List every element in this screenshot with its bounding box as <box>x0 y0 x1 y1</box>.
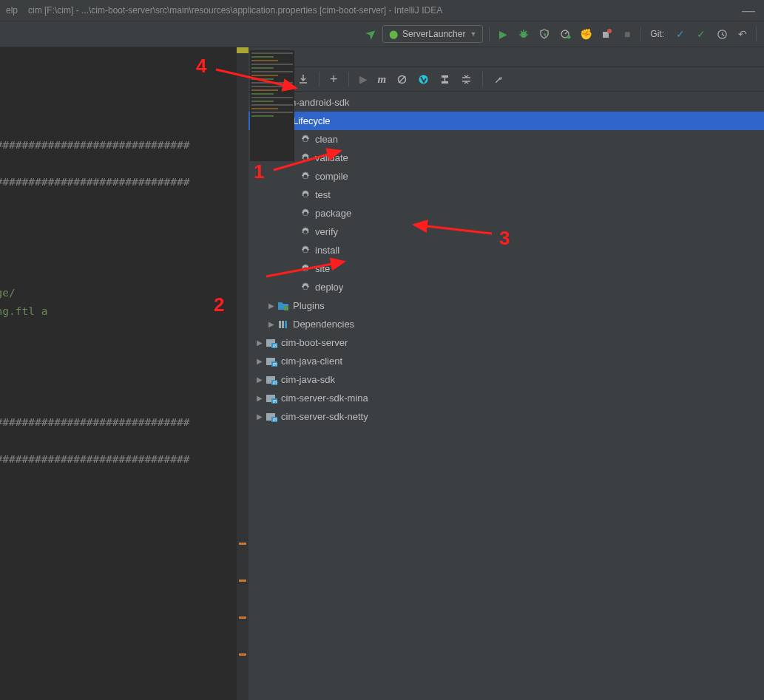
svg-rect-26 <box>282 321 284 328</box>
plugins-folder[interactable]: ▶ Plugins <box>249 296 764 315</box>
node-label: install <box>315 245 339 256</box>
node-label: site <box>315 263 330 274</box>
node-label: deploy <box>315 282 343 293</box>
svg-text:m: m <box>273 398 277 404</box>
chevron-down-icon: ▼ <box>470 30 476 38</box>
debug-button[interactable] <box>516 27 531 41</box>
svg-text:m: m <box>273 343 277 348</box>
stop-button[interactable]: ■ <box>620 27 635 41</box>
lifecycle-goal-deploy[interactable]: deploy <box>249 278 764 296</box>
toggle-skip-tests-icon[interactable] <box>396 74 408 85</box>
node-label: Plugins <box>293 300 325 311</box>
gear-icon <box>299 152 312 164</box>
svg-point-7 <box>567 35 571 39</box>
code-content: ########################################… <box>0 47 190 580</box>
svg-rect-24 <box>284 306 288 310</box>
gear-icon <box>299 189 312 201</box>
coverage-button[interactable] <box>537 27 552 41</box>
menu-help[interactable]: elp <box>6 5 18 16</box>
git-history-icon[interactable] <box>714 27 729 41</box>
maven-module-icon: m <box>265 393 278 404</box>
run-goal-icon[interactable]: ▶ <box>359 73 368 85</box>
undo-icon[interactable]: ↶ <box>735 27 750 41</box>
libraries-icon <box>277 319 290 330</box>
settings-icon[interactable] <box>493 74 504 85</box>
chevron-right-icon: ▶ <box>254 339 265 347</box>
download-sources-icon[interactable] <box>298 74 308 84</box>
folder-icon <box>277 300 290 312</box>
concurrency-button[interactable]: ✊ <box>578 27 593 41</box>
window-title: cim [F:\cim] - ...\cim-boot-server\src\m… <box>28 5 739 16</box>
svg-text:m: m <box>273 361 277 367</box>
lifecycle-goal-site[interactable]: site <box>249 259 764 278</box>
node-label: Dependencies <box>293 319 354 330</box>
gear-icon <box>299 245 312 256</box>
run-config-selector[interactable]: ⬤ ServerLauncher ▼ <box>382 25 483 43</box>
git-label: Git: <box>650 29 664 39</box>
node-label: cim-boot-server <box>281 337 348 348</box>
svg-rect-8 <box>603 32 609 38</box>
show-dependencies-icon[interactable] <box>439 74 450 85</box>
gear-icon <box>299 171 312 183</box>
lifecycle-goal-validate[interactable]: validate <box>249 149 764 167</box>
git-commit-icon[interactable]: ✓ <box>694 27 709 41</box>
spring-boot-icon: ⬤ <box>389 30 398 39</box>
stop-with-indicator-button[interactable] <box>599 27 614 41</box>
svg-rect-16 <box>442 81 448 84</box>
separator <box>640 27 641 41</box>
lifecycle-goal-verify[interactable]: verify <box>249 222 764 241</box>
module-cim-server-sdk-mina[interactable]: ▶mcim-server-sdk-mina <box>249 389 764 407</box>
git-update-icon[interactable]: ✓ <box>673 27 688 41</box>
module-cim-android-sdk[interactable]: ▼ m cim-android-sdk <box>249 93 764 112</box>
lifecycle-goal-package[interactable]: package <box>249 204 764 222</box>
minimize-button[interactable]: — <box>739 5 758 16</box>
chevron-right-icon: ▶ <box>266 302 277 310</box>
maven-toolbar: + ▶ m <box>249 67 764 92</box>
gear-icon <box>299 208 312 220</box>
svg-point-9 <box>607 29 612 33</box>
maven-module-icon: m <box>265 356 278 367</box>
run-button[interactable]: ▶ <box>496 27 510 41</box>
editor-minimap[interactable] <box>250 50 294 161</box>
separator <box>489 27 490 41</box>
module-cim-boot-server[interactable]: ▶mcim-boot-server <box>249 333 764 352</box>
lifecycle-goal-test[interactable]: test <box>249 186 764 204</box>
run-config-label: ServerLauncher <box>402 29 465 39</box>
main-toolbar: ➤ ⬤ ServerLauncher ▼ ▶ ✊ ■ Git: ✓ ✓ ↶ <box>0 21 764 47</box>
lifecycle-folder[interactable]: ▼ Lifecycle <box>249 112 764 130</box>
profiler-button[interactable] <box>558 27 572 41</box>
module-cim-server-sdk-netty[interactable]: ▶mcim-server-sdk-netty <box>249 407 764 426</box>
gear-icon <box>299 226 312 238</box>
node-label: package <box>315 208 351 219</box>
node-label: cim-java-sdk <box>281 374 335 385</box>
editor-pane[interactable]: ########################################… <box>0 47 249 700</box>
lifecycle-goal-clean[interactable]: clean <box>249 130 764 149</box>
gear-icon <box>299 263 312 275</box>
add-project-icon[interactable]: + <box>330 72 338 87</box>
chevron-right-icon: ▶ <box>254 412 265 421</box>
svg-text:m: m <box>273 417 277 422</box>
node-label: cim-server-sdk-mina <box>281 393 368 404</box>
execute-goal-icon[interactable]: m <box>378 73 387 86</box>
collapse-all-icon[interactable] <box>461 74 472 85</box>
svg-rect-15 <box>442 75 448 78</box>
module-cim-java-sdk[interactable]: ▶mcim-java-sdk <box>249 370 764 389</box>
separator <box>756 27 757 41</box>
node-label: validate <box>315 152 348 163</box>
module-cim-java-client[interactable]: ▶mcim-java-client <box>249 352 764 370</box>
node-label: clean <box>315 134 338 145</box>
lifecycle-goal-install[interactable]: install <box>249 241 764 259</box>
gear-icon <box>299 282 312 293</box>
svg-rect-27 <box>285 321 287 328</box>
chevron-right-icon: ▶ <box>254 394 265 402</box>
toggle-offline-icon[interactable] <box>418 74 429 85</box>
dependencies-folder[interactable]: ▶ Dependencies <box>249 315 764 333</box>
maven-panel: Maven + ▶ m ▼ m cim-android-sdk ▼ <box>249 47 764 700</box>
node-label: cim-server-sdk-netty <box>281 411 368 422</box>
maven-module-icon: m <box>265 411 278 423</box>
build-arrow-icon[interactable]: ➤ <box>362 24 381 44</box>
gear-icon <box>299 134 312 146</box>
maven-tree[interactable]: ▼ m cim-android-sdk ▼ Lifecycle cleanval… <box>249 92 764 700</box>
lifecycle-goal-compile[interactable]: compile <box>249 167 764 186</box>
chevron-right-icon: ▶ <box>254 357 265 365</box>
